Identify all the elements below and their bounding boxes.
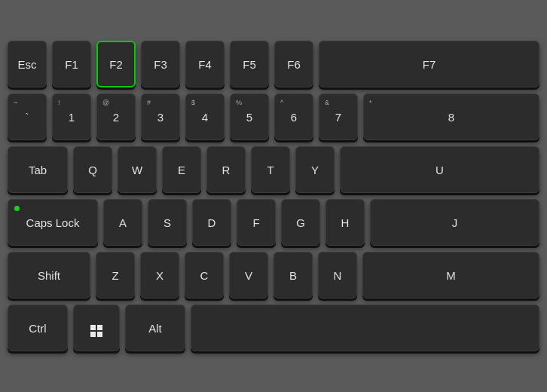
number-row: ~ ` ! 1 @ 2 # 3 $ 4 % 5 ^ 6 & 7: [8, 93, 539, 140]
key-capslock[interactable]: Caps Lock: [8, 199, 98, 246]
key-t[interactable]: T: [251, 146, 290, 193]
key-s[interactable]: S: [148, 199, 187, 246]
key-win[interactable]: [73, 305, 120, 351]
key-f3-label: F3: [154, 58, 167, 71]
key-v[interactable]: V: [229, 252, 268, 299]
key-h[interactable]: H: [325, 199, 365, 246]
key-u[interactable]: U: [340, 146, 539, 193]
key-4[interactable]: $ 4: [185, 93, 225, 140]
key-shift[interactable]: Shift: [8, 252, 90, 299]
key-f4[interactable]: F4: [185, 41, 225, 87]
key-g[interactable]: G: [281, 199, 320, 246]
key-space[interactable]: [191, 305, 539, 351]
key-5[interactable]: % 5: [230, 93, 269, 140]
key-y[interactable]: Y: [295, 146, 335, 193]
caps-lock-indicator: [14, 206, 20, 211]
function-row: Esc F1 F2 F3 F4 F5 F6 F7: [8, 41, 539, 87]
key-3[interactable]: # 3: [141, 93, 180, 140]
key-x[interactable]: X: [140, 252, 179, 299]
key-f1[interactable]: F1: [52, 41, 91, 87]
key-n[interactable]: N: [318, 252, 357, 299]
key-2[interactable]: @ 2: [96, 93, 136, 140]
key-f5-label: F5: [243, 58, 256, 71]
key-z[interactable]: Z: [96, 252, 135, 299]
key-7[interactable]: & 7: [319, 93, 358, 140]
key-alt[interactable]: Alt: [125, 305, 185, 351]
key-f1-label: F1: [65, 58, 78, 71]
key-a[interactable]: A: [103, 199, 142, 246]
qwerty-row: Tab Q W E R T Y U: [8, 146, 539, 193]
key-w[interactable]: W: [118, 146, 157, 193]
key-f2-label: F2: [109, 58, 123, 71]
key-f5[interactable]: F5: [230, 41, 269, 87]
key-f6-label: F6: [287, 58, 301, 71]
asdf-row: Caps Lock A S D F G H J: [8, 199, 539, 246]
key-r[interactable]: R: [206, 146, 246, 193]
key-d[interactable]: D: [192, 199, 231, 246]
key-j[interactable]: J: [370, 199, 539, 246]
key-f7[interactable]: F7: [319, 41, 539, 87]
key-ctrl[interactable]: Ctrl: [8, 305, 68, 351]
key-tilde[interactable]: ~ `: [8, 93, 47, 140]
zxcv-row: Shift Z X C V B N M: [8, 252, 539, 299]
keyboard: Esc F1 F2 F3 F4 F5 F6 F7 ~ ` ! 1: [0, 0, 547, 392]
key-f2[interactable]: F2: [96, 41, 136, 87]
key-f7-label: F7: [423, 58, 436, 71]
key-1[interactable]: ! 1: [52, 93, 91, 140]
key-f4-label: F4: [198, 58, 212, 71]
key-c[interactable]: C: [185, 252, 224, 299]
bottom-row: Ctrl Alt: [8, 305, 539, 351]
key-q[interactable]: Q: [73, 146, 112, 193]
key-tab[interactable]: Tab: [8, 146, 68, 193]
key-esc-label: Esc: [17, 58, 36, 71]
key-f3[interactable]: F3: [141, 41, 180, 87]
key-esc[interactable]: Esc: [8, 41, 47, 87]
key-f6[interactable]: F6: [274, 41, 313, 87]
key-f[interactable]: F: [237, 199, 276, 246]
key-e[interactable]: E: [162, 146, 201, 193]
key-8[interactable]: * 8: [363, 93, 539, 140]
key-m[interactable]: M: [362, 252, 539, 299]
key-b[interactable]: B: [274, 252, 313, 299]
key-6[interactable]: ^ 6: [274, 93, 313, 140]
windows-icon: [90, 320, 102, 337]
